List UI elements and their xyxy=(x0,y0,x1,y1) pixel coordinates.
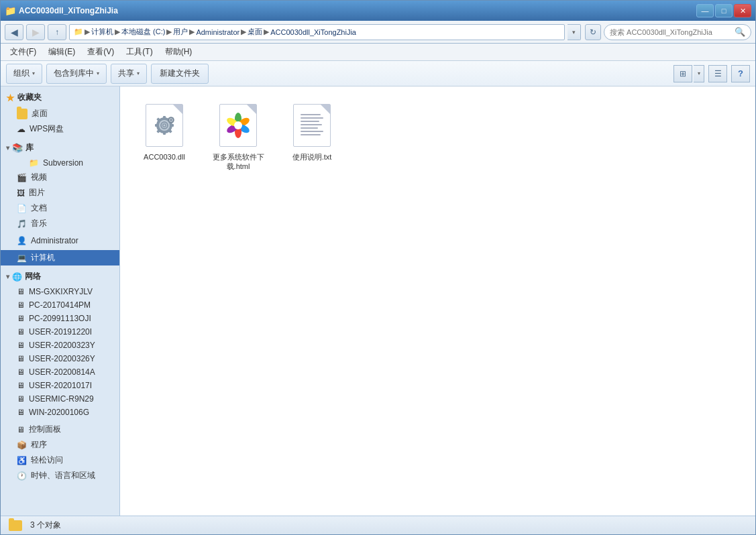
view-buttons: ⊞ ▾ ☰ ? xyxy=(673,65,750,82)
svg-rect-4 xyxy=(163,132,166,135)
window-controls: — □ ✕ xyxy=(696,4,751,17)
pc-icon-9: 🖥 xyxy=(17,394,25,404)
library-section: ▾ 📚 库 📁 Subversion 🎬 视频 🖼 图片 xyxy=(1,139,119,231)
search-box: 🔍 xyxy=(604,24,751,40)
new-folder-button[interactable]: 新建文件夹 xyxy=(151,64,209,84)
sidebar-item-documents[interactable]: 📄 文档 xyxy=(1,200,119,216)
sidebar-item-programs[interactable]: 📦 程序 xyxy=(1,437,119,453)
status-bar: 3 个对象 xyxy=(1,516,755,534)
refresh-button[interactable]: ↻ xyxy=(585,24,601,40)
sidebar-item-desktop[interactable]: 桌面 xyxy=(1,106,119,121)
path-part-1[interactable]: 计算机 xyxy=(91,27,113,37)
address-dropdown[interactable]: ▾ xyxy=(568,24,581,40)
main-window: 📁 ACC0030dll_XiTongZhiJia — □ ✕ ◀ ▶ ↑ 📁 … xyxy=(0,0,756,535)
close-button[interactable]: ✕ xyxy=(734,4,751,17)
accessibility-icon: ♿ xyxy=(17,456,27,465)
address-bar: ◀ ▶ ↑ 📁 ▶ 计算机 ▶ 本地磁盘 (C:) ▶ 用户 ▶ Adminis… xyxy=(1,21,755,44)
svg-rect-5 xyxy=(171,124,174,127)
minimize-button[interactable]: — xyxy=(696,4,714,17)
menu-edit[interactable]: 编辑(E) xyxy=(43,44,80,60)
sidebar-item-win-20200106[interactable]: 🖥 WIN-20200106G xyxy=(1,406,119,419)
network-expand: ▾ xyxy=(6,273,9,280)
svg-point-15 xyxy=(170,119,172,121)
images-icon: 🖼 xyxy=(17,188,25,198)
library-expand: ▾ xyxy=(6,144,9,152)
file-area: ACC0030.dll xyxy=(120,86,755,516)
pc-icon-7: 🖥 xyxy=(17,367,25,377)
sidebar-item-user-20191220[interactable]: 🖥 USER-20191220I xyxy=(1,325,119,339)
gear-svg xyxy=(152,113,177,138)
sidebar-item-ms-gxk[interactable]: 🖥 MS-GXKIXRYJLV xyxy=(1,285,119,298)
sidebar-item-user-20200323[interactable]: 🖥 USER-20200323Y xyxy=(1,339,119,352)
computer-section: 💻 计算机 xyxy=(1,250,119,265)
sidebar-item-clock[interactable]: 🕐 时钟、语言和区域 xyxy=(1,468,119,483)
up-button[interactable]: ↑ xyxy=(48,24,66,40)
sidebar-item-wps[interactable]: ☁ WPS网盘 xyxy=(1,121,119,137)
documents-icon: 📄 xyxy=(17,204,27,213)
maximize-button[interactable]: □ xyxy=(715,4,733,17)
organize-button[interactable]: 组织 ▾ xyxy=(6,64,42,84)
sidebar-item-pc-20170414[interactable]: 🖥 PC-20170414PM xyxy=(1,298,119,312)
menu-view[interactable]: 查看(V) xyxy=(82,44,119,60)
control-panel-icon: 🖥 xyxy=(17,425,25,434)
favorites-header[interactable]: ★ 收藏夹 xyxy=(1,89,119,106)
address-path[interactable]: 📁 ▶ 计算机 ▶ 本地磁盘 (C:) ▶ 用户 ▶ Administrator… xyxy=(69,24,565,40)
html-file-label: 更多系统软件下载.html xyxy=(213,152,264,172)
path-computer[interactable]: 📁 xyxy=(74,27,83,36)
file-item-dll[interactable]: ACC0030.dll xyxy=(131,97,198,176)
menu-help[interactable]: 帮助(H) xyxy=(160,44,198,60)
sidebar-item-images[interactable]: 🖼 图片 xyxy=(1,185,119,200)
pc-icon-5: 🖥 xyxy=(17,341,25,350)
share-button[interactable]: 共享 ▾ xyxy=(111,64,147,84)
back-button[interactable]: ◀ xyxy=(5,24,23,40)
sidebar-item-subversion[interactable]: 📁 Subversion xyxy=(1,156,119,170)
sidebar-item-user-20201017[interactable]: 🖥 USER-20201017I xyxy=(1,379,119,392)
toolbar: 组织 ▾ 包含到库中 ▾ 共享 ▾ 新建文件夹 ⊞ ▾ ☰ ? xyxy=(1,61,755,86)
subversion-icon: 📁 xyxy=(29,158,39,168)
svg-point-23 xyxy=(234,121,242,129)
svg-point-12 xyxy=(164,125,166,127)
search-input[interactable] xyxy=(610,28,732,36)
wps-icon: ☁ xyxy=(17,124,25,134)
desktop-folder-icon xyxy=(17,109,28,119)
favorites-section: ★ 收藏夹 桌面 ☁ WPS网盘 xyxy=(1,89,119,137)
sidebar-item-pc-20991113[interactable]: 🖥 PC-20991113OJI xyxy=(1,312,119,325)
file-item-txt[interactable]: 使用说明.txt xyxy=(278,97,345,176)
sidebar-item-user-20200814[interactable]: 🖥 USER-20200814A xyxy=(1,365,119,379)
programs-icon: 📦 xyxy=(17,440,27,450)
sidebar-item-usermic-r9n[interactable]: 🖥 USERMIC-R9N29 xyxy=(1,392,119,406)
html-file-icon xyxy=(217,101,260,150)
network-section: ▾ 🌐 网络 🖥 MS-GXKIXRYJLV 🖥 PC-20170414PM 🖥… xyxy=(1,268,119,419)
sidebar-item-control-panel[interactable]: 🖥 控制面板 xyxy=(1,422,119,437)
sidebar-item-accessibility[interactable]: ♿ 轻松访问 xyxy=(1,453,119,468)
sidebar-item-videos[interactable]: 🎬 视频 xyxy=(1,170,119,185)
path-part-2[interactable]: 本地磁盘 (C:) xyxy=(121,27,165,37)
search-icon[interactable]: 🔍 xyxy=(735,27,745,37)
sidebar-item-administrator[interactable]: 👤 Administrator xyxy=(1,234,119,247)
path-part-4[interactable]: Administrator xyxy=(196,28,239,36)
svg-rect-3 xyxy=(163,116,166,119)
menu-tools[interactable]: 工具(T) xyxy=(121,44,158,60)
sidebar-item-music[interactable]: 🎵 音乐 xyxy=(1,216,119,231)
view-icon-button[interactable]: ⊞ xyxy=(673,65,692,82)
view-details-button[interactable]: ☰ xyxy=(708,65,727,82)
view-dropdown[interactable]: ▾ xyxy=(694,65,704,82)
library-header[interactable]: ▾ 📚 库 xyxy=(1,139,119,156)
network-header[interactable]: ▾ 🌐 网络 xyxy=(1,268,119,285)
path-part-5[interactable]: 桌面 xyxy=(248,27,262,37)
menu-file[interactable]: 文件(F) xyxy=(5,44,42,60)
html-svg xyxy=(224,111,252,139)
include-library-button[interactable]: 包含到库中 ▾ xyxy=(46,64,107,84)
file-item-html[interactable]: 更多系统软件下载.html xyxy=(205,97,272,176)
path-part-6[interactable]: ACC0030dll_XiTongZhiJia xyxy=(270,28,356,36)
library-icon: 📚 xyxy=(12,143,23,153)
pc-icon-8: 🖥 xyxy=(17,381,25,390)
administrator-icon: 👤 xyxy=(17,236,27,245)
videos-icon: 🎬 xyxy=(17,173,27,182)
sidebar-item-user-20200326[interactable]: 🖥 USER-20200326Y xyxy=(1,352,119,365)
sidebar-item-computer[interactable]: 💻 计算机 xyxy=(1,250,119,265)
help-button[interactable]: ? xyxy=(731,65,750,82)
path-part-3[interactable]: 用户 xyxy=(173,27,188,37)
forward-button[interactable]: ▶ xyxy=(26,24,45,40)
pc-icon-2: 🖥 xyxy=(17,300,25,310)
